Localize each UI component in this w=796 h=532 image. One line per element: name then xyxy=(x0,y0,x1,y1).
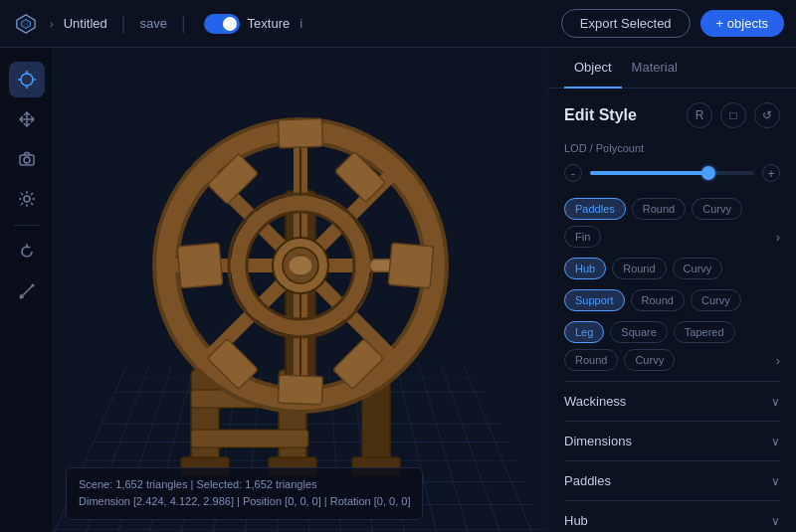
style-icon-r[interactable]: R xyxy=(687,102,712,128)
select-tool[interactable] xyxy=(9,62,45,97)
save-button[interactable]: save xyxy=(139,16,166,31)
tag-round-leg[interactable]: Round xyxy=(564,349,618,371)
hub-accordion-title: Hub xyxy=(564,513,588,528)
paddles-chevron-icon: ∨ xyxy=(771,474,780,488)
topbar-title: Untitled xyxy=(64,16,107,31)
scene-info-line2: Dimension [2.424, 4.122, 2.986] | Positi… xyxy=(79,493,410,511)
style-icon-square[interactable]: □ xyxy=(720,102,746,128)
tag-hub[interactable]: Hub xyxy=(564,258,606,279)
rotate-tool[interactable] xyxy=(9,234,45,269)
hub-chevron-icon: ∨ xyxy=(771,514,780,528)
svg-rect-32 xyxy=(191,430,308,447)
paddles-tag-group: Paddles Round Curvy Fin › xyxy=(564,198,780,248)
tag-round-hub[interactable]: Round xyxy=(612,258,666,279)
support-tag-group: Support Round Curvy xyxy=(564,289,780,311)
tag-leg[interactable]: Leg xyxy=(564,321,604,343)
camera-tool[interactable] xyxy=(9,141,45,177)
lod-minus-button[interactable]: - xyxy=(564,164,582,182)
tag-round-paddles[interactable]: Round xyxy=(632,198,686,220)
dimensions-accordion: Dimensions ∨ xyxy=(564,421,780,460)
wackiness-accordion: Wackiness ∨ xyxy=(564,381,780,421)
tab-material[interactable]: Material xyxy=(622,48,688,89)
svg-line-18 xyxy=(31,193,33,195)
panel-body: Edit Style R □ ↺ LOD / Polycount - + xyxy=(548,89,796,532)
paddles-header[interactable]: Paddles ∨ xyxy=(564,473,780,488)
svg-point-2 xyxy=(21,74,33,86)
export-selected-button[interactable]: Export Selected xyxy=(561,9,691,38)
tag-fin[interactable]: Fin xyxy=(564,226,601,248)
lod-label: LOD / Polycount xyxy=(564,142,780,154)
measure-tool[interactable] xyxy=(9,273,45,309)
tab-object[interactable]: Object xyxy=(564,48,622,89)
dimensions-chevron-icon: ∨ xyxy=(771,435,780,448)
lod-slider-track[interactable] xyxy=(590,171,754,175)
edit-style-header: Edit Style R □ ↺ xyxy=(564,102,780,128)
tag-square-leg[interactable]: Square xyxy=(610,321,667,343)
paddles-arrow-icon[interactable]: › xyxy=(776,230,780,245)
svg-line-19 xyxy=(21,203,23,205)
light-tool[interactable] xyxy=(9,181,45,217)
hub-header[interactable]: Hub ∨ xyxy=(564,513,780,528)
tag-curvy-support[interactable]: Curvy xyxy=(691,289,741,311)
tag-round-support[interactable]: Round xyxy=(631,289,685,311)
wackiness-title: Wackiness xyxy=(564,394,626,409)
info-button[interactable]: i xyxy=(299,16,302,31)
svg-rect-52 xyxy=(388,243,434,288)
topbar-separator: | xyxy=(121,13,126,34)
viewport[interactable]: Scene: 1,652 triangles | Selected: 1,652… xyxy=(54,48,547,532)
topbar-right: Export Selected + objects xyxy=(561,9,784,38)
svg-point-10 xyxy=(24,157,30,163)
style-icon-rotate[interactable]: ↺ xyxy=(754,102,780,128)
svg-line-17 xyxy=(31,203,33,205)
topbar-separator2: | xyxy=(181,13,186,34)
texture-toggle-group: Texture xyxy=(204,14,291,34)
svg-rect-51 xyxy=(177,243,223,288)
tag-paddles[interactable]: Paddles xyxy=(564,198,626,220)
tag-tapered-leg[interactable]: Tapered xyxy=(674,321,735,343)
lod-slider-fill xyxy=(590,171,708,175)
lod-plus-button[interactable]: + xyxy=(762,164,780,182)
tag-curvy-hub[interactable]: Curvy xyxy=(673,258,723,279)
topbar: › Untitled | save | Texture i Export Sel… xyxy=(0,0,796,48)
leg-arrow-icon[interactable]: › xyxy=(776,353,780,368)
leg-tag-group: Leg Square Tapered Round Curvy › xyxy=(564,321,780,371)
add-objects-button[interactable]: + objects xyxy=(700,10,784,37)
scene-info-overlay: Scene: 1,652 triangles | Selected: 1,652… xyxy=(66,467,423,520)
toolbar-divider xyxy=(14,225,40,226)
svg-marker-1 xyxy=(21,19,30,28)
tag-curvy-leg[interactable]: Curvy xyxy=(624,349,675,371)
svg-rect-54 xyxy=(279,375,323,405)
wheel-3d-object xyxy=(131,82,470,499)
main-area: Scene: 1,652 triangles | Selected: 1,652… xyxy=(0,48,796,532)
paddles-accordion-title: Paddles xyxy=(564,473,611,488)
panel-tabs: Object Material xyxy=(548,48,796,89)
right-panel: Object Material Edit Style R □ ↺ LOD / P… xyxy=(547,48,796,532)
left-toolbar xyxy=(0,48,54,532)
style-icons: R □ ↺ xyxy=(687,102,780,128)
hub-tag-group: Hub Round Curvy xyxy=(564,258,780,279)
svg-point-23 xyxy=(19,296,22,299)
lod-slider-thumb[interactable] xyxy=(701,166,715,180)
tag-support[interactable]: Support xyxy=(564,289,625,311)
svg-point-11 xyxy=(24,196,30,202)
edit-style-title: Edit Style xyxy=(564,106,637,124)
move-tool[interactable] xyxy=(9,101,45,137)
svg-rect-53 xyxy=(279,118,323,148)
svg-point-48 xyxy=(289,256,312,275)
svg-point-24 xyxy=(31,284,34,287)
svg-line-20 xyxy=(21,285,33,297)
tag-curvy-paddles[interactable]: Curvy xyxy=(692,198,742,220)
scene-info-line1: Scene: 1,652 triangles | Selected: 1,652… xyxy=(79,476,410,494)
dimensions-title: Dimensions xyxy=(564,434,632,448)
texture-toggle[interactable] xyxy=(204,14,240,34)
wackiness-chevron-icon: ∨ xyxy=(771,395,780,409)
wackiness-header[interactable]: Wackiness ∨ xyxy=(564,394,780,409)
logo-icon[interactable] xyxy=(12,10,40,38)
dimensions-header[interactable]: Dimensions ∨ xyxy=(564,434,780,448)
texture-label: Texture xyxy=(248,16,291,31)
paddles-accordion: Paddles ∨ xyxy=(564,460,780,500)
svg-line-16 xyxy=(21,193,23,195)
hub-accordion: Hub ∨ xyxy=(564,500,780,532)
topbar-chevron[interactable]: › xyxy=(50,18,54,30)
lod-slider-row: - + xyxy=(564,164,780,182)
